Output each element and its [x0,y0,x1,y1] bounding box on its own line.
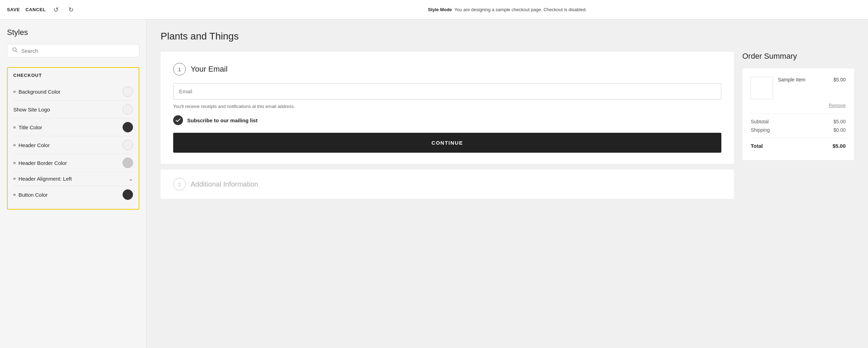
subscribe-row: Subscribe to our mailing list [173,115,721,125]
email-section-title: Your Email [191,65,228,74]
shipping-row: Shipping $0.00 [751,127,846,133]
search-input[interactable] [21,48,134,54]
step-1-circle: 1 [173,63,186,75]
order-summary: Order Summary Sample Item $5.00 Remove S… [742,52,854,160]
label-header-color: Header Color [19,142,50,148]
remove-link[interactable]: Remove [751,103,846,108]
style-row-show-site-logo: Show Site Logo [13,101,133,118]
email-section-header: 1 Your Email [173,63,721,75]
shipping-label: Shipping [751,127,770,133]
style-row-button-color: Button Color [13,186,133,203]
order-summary-title: Order Summary [742,52,854,61]
chevron-down-icon[interactable]: ⌄ [128,175,133,182]
save-button[interactable]: SAVE [7,6,20,14]
total-row: Total $5.00 [751,143,846,149]
dot-title-color [13,126,16,129]
email-card: 1 Your Email You'll receive receipts and… [161,52,734,164]
order-summary-inner: Sample Item $5.00 Remove Subtotal $5.00 … [742,68,854,160]
main-layout: Styles CHECKOUT Background Color [0,20,868,348]
checkout-layout: 1 Your Email You'll receive receipts and… [161,52,854,199]
redo-button[interactable]: ↻ [66,5,76,15]
subtotal-label: Subtotal [751,119,768,124]
label-show-site-logo: Show Site Logo [13,107,50,113]
page-title: Plants and Things [161,31,854,42]
mode-description: You are designing a sample checkout page… [454,7,587,12]
additional-info-title: Additional Information [191,180,258,188]
content-area: Plants and Things 1 Your Email You'll re… [147,20,868,348]
checkout-section-label: CHECKOUT [13,73,133,78]
total-divider [751,138,846,138]
style-row-background-color: Background Color [13,83,133,101]
color-picker-background-color[interactable] [123,86,133,97]
search-icon [12,47,18,54]
top-bar-left: SAVE CANCEL ↺ ↻ [7,5,154,15]
sidebar: Styles CHECKOUT Background Color [0,20,147,348]
toggle-show-site-logo[interactable] [123,104,133,115]
svg-line-1 [16,51,17,52]
item-info: Sample Item [778,77,829,82]
style-row-header-alignment: Header Alignment: Left ⌄ [13,172,133,186]
redo-icon: ↻ [68,6,74,14]
dot-button-color [13,194,16,196]
color-picker-header-border-color[interactable] [123,158,133,168]
summary-divider [751,114,846,114]
total-label: Total [751,143,763,149]
dot-header-border-color [13,162,16,164]
order-item-row: Sample Item $5.00 [751,77,846,99]
undo-button[interactable]: ↺ [51,5,61,15]
style-row-header-color: Header Color [13,136,133,154]
subtotal-row: Subtotal $5.00 [751,119,846,124]
dot-header-color [13,144,16,146]
item-thumbnail [751,77,773,99]
continue-button[interactable]: CONTINUE [173,133,721,153]
search-box[interactable] [7,44,139,57]
top-bar: SAVE CANCEL ↺ ↻ Style Mode You are desig… [0,0,868,20]
top-bar-mode: Style Mode You are designing a sample ch… [154,7,861,12]
checkout-section: CHECKOUT Background Color Show Site Logo [7,67,139,210]
dot-background-color [13,90,16,93]
dot-header-alignment [13,177,16,180]
subscribe-label: Subscribe to our mailing list [187,117,258,123]
label-button-color: Button Color [19,192,47,198]
additional-info-header: 2 Additional Information [173,178,721,190]
label-header-border-color: Header Border Color [19,160,67,166]
email-input[interactable] [173,83,721,100]
total-value: $5.00 [832,143,846,149]
color-picker-button-color[interactable] [123,189,133,200]
color-picker-header-color[interactable] [123,140,133,150]
subtotal-value: $5.00 [833,119,846,124]
style-row-title-color: Title Color [13,118,133,136]
subscribe-checkbox[interactable] [173,115,183,125]
item-price: $5.00 [833,77,846,82]
label-title-color: Title Color [19,124,42,130]
sidebar-title: Styles [7,28,139,37]
color-picker-title-color[interactable] [123,122,133,132]
checkout-main: 1 Your Email You'll receive receipts and… [161,52,734,199]
cancel-button[interactable]: CANCEL [25,6,46,14]
email-note: You'll receive receipts and notification… [173,104,721,109]
additional-info-card: 2 Additional Information [161,169,734,199]
undo-icon: ↺ [53,6,59,14]
mode-label: Style Mode [428,7,452,12]
shipping-value: $0.00 [833,127,846,133]
item-name: Sample Item [778,77,829,82]
label-header-alignment: Header Alignment: Left [19,176,72,182]
label-background-color: Background Color [19,89,60,95]
style-row-header-border-color: Header Border Color [13,154,133,172]
step-2-circle: 2 [173,178,186,190]
